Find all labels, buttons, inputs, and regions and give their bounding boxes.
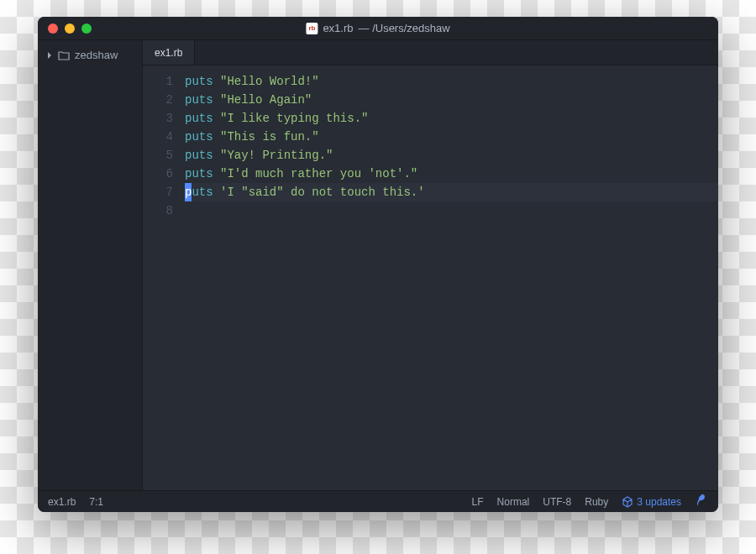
folder-icon [58, 50, 70, 61]
line-number[interactable]: 5 [143, 146, 173, 165]
keyword: puts [185, 149, 213, 162]
keyword: puts [185, 130, 213, 144]
keyword: puts [185, 75, 213, 88]
squirrel-icon[interactable] [695, 494, 708, 510]
chevron-right-icon [46, 52, 53, 59]
package-icon [622, 496, 633, 508]
line-number[interactable]: 6 [143, 165, 173, 183]
status-updates[interactable]: 3 updates [622, 496, 681, 508]
string-literal: 'I "said" do not touch this.' [220, 186, 425, 199]
string-literal: "Yay! Printing." [220, 149, 333, 162]
string-literal: "I like typing this." [220, 112, 368, 125]
status-left: ex1.rb 7:1 [48, 496, 103, 508]
editor-window: rb ex1.rb — /Users/zedshaw zedshaw ex1.r… [38, 17, 718, 512]
code-line[interactable]: puts 'I "said" do not touch this.' [185, 183, 718, 201]
status-mode[interactable]: Normal [497, 496, 530, 508]
tab-bar[interactable]: ex1.rb [143, 40, 718, 65]
string-literal: "Hello Again" [220, 93, 312, 107]
title-filename: ex1.rb [323, 22, 353, 34]
titlebar[interactable]: rb ex1.rb — /Users/zedshaw [38, 17, 718, 40]
code-editor[interactable]: 12345678 puts "Hello World!"puts "Hello … [143, 65, 718, 490]
code-line[interactable] [185, 201, 718, 220]
close-button[interactable] [48, 24, 58, 34]
status-encoding[interactable]: UTF-8 [543, 496, 571, 508]
traffic-lights [38, 24, 92, 34]
line-number[interactable]: 1 [143, 72, 173, 91]
status-file[interactable]: ex1.rb [48, 496, 76, 508]
keyword: uts [192, 186, 213, 199]
keyword: puts [185, 93, 213, 107]
maximize-button[interactable] [81, 24, 92, 34]
keyword: puts [185, 167, 213, 180]
code-area[interactable]: puts "Hello World!"puts "Hello Again"put… [185, 72, 718, 490]
line-number[interactable]: 2 [143, 91, 173, 109]
line-number[interactable]: 3 [143, 109, 173, 128]
code-line[interactable]: puts "Hello World!" [185, 72, 718, 91]
keyword: puts [185, 112, 213, 125]
main-panel: ex1.rb 12345678 puts "Hello World!"puts … [143, 40, 718, 490]
line-gutter[interactable]: 12345678 [143, 72, 185, 490]
line-number[interactable]: 4 [143, 128, 173, 146]
status-line-ending[interactable]: LF [472, 496, 484, 508]
ruby-file-icon: rb [306, 23, 318, 34]
string-literal: "Hello World!" [220, 75, 319, 88]
status-bar[interactable]: ex1.rb 7:1 LF Normal UTF-8 Ruby 3 update… [38, 490, 718, 512]
updates-label: 3 updates [637, 496, 681, 508]
status-language[interactable]: Ruby [585, 496, 608, 508]
tab-label: ex1.rb [155, 47, 182, 59]
folder-label: zedshaw [75, 49, 118, 61]
code-line[interactable]: puts "Yay! Printing." [185, 146, 718, 165]
code-line[interactable]: puts "I'd much rather you 'not'." [185, 165, 718, 183]
code-line[interactable]: puts "This is fun." [185, 128, 718, 146]
code-line[interactable]: puts "I like typing this." [185, 109, 718, 128]
minimize-button[interactable] [65, 24, 75, 34]
status-right: LF Normal UTF-8 Ruby 3 updates [472, 494, 708, 510]
file-tree-sidebar[interactable]: zedshaw [38, 40, 143, 490]
window-title: rb ex1.rb — /Users/zedshaw [306, 22, 449, 34]
title-path: — /Users/zedshaw [359, 22, 450, 34]
code-line[interactable]: puts "Hello Again" [185, 91, 718, 109]
string-literal: "I'd much rather you 'not'." [220, 167, 417, 180]
line-number[interactable]: 8 [143, 201, 173, 220]
tab-ex1rb[interactable]: ex1.rb [143, 40, 195, 65]
editor-body: zedshaw ex1.rb 12345678 puts "Hello Worl… [38, 40, 718, 490]
status-position[interactable]: 7:1 [89, 496, 103, 508]
tree-root-folder[interactable]: zedshaw [38, 45, 142, 65]
line-number[interactable]: 7 [143, 183, 173, 201]
string-literal: "This is fun." [220, 130, 319, 144]
